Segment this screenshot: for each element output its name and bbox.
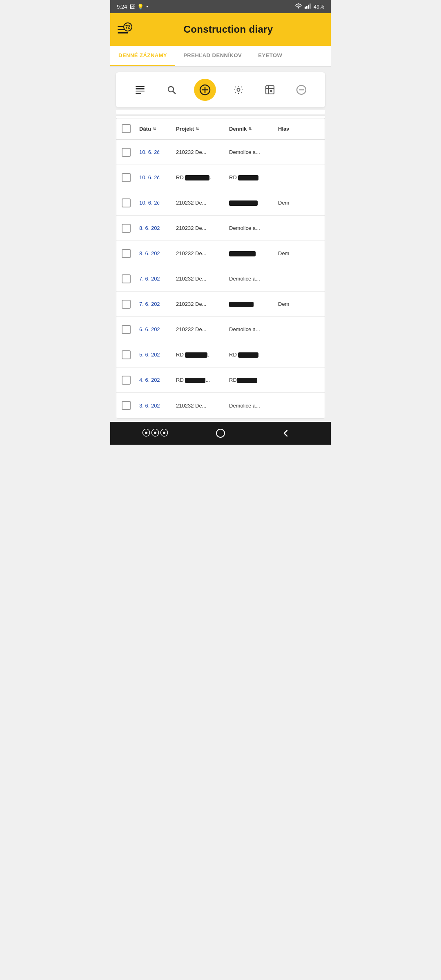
select-all-checkbox[interactable] — [122, 124, 131, 133]
time-display: 9:24 — [117, 4, 127, 10]
photo-icon: 🖼 — [129, 4, 135, 10]
transfer-button[interactable] — [261, 81, 279, 99]
row-checkbox[interactable] — [122, 224, 131, 233]
row-date[interactable]: 3. 6. 202 — [136, 399, 173, 413]
table-row[interactable]: 7. 6. 202 210232 De... Demolice a... — [116, 266, 325, 292]
search-icon — [167, 85, 176, 95]
row-checkbox-cell — [116, 346, 136, 363]
page-title: Construction diary — [133, 24, 323, 35]
filter-progress-bar — [116, 110, 325, 114]
row-date[interactable]: 7. 6. 202 — [136, 272, 173, 286]
svg-rect-0 — [305, 7, 306, 9]
row-checkbox[interactable] — [122, 173, 131, 182]
settings-button[interactable] — [229, 81, 247, 99]
header-denik[interactable]: Denník ⇅ — [226, 120, 275, 138]
row-checkbox[interactable] — [122, 401, 131, 410]
row-denik: Demolice a... — [226, 322, 275, 336]
hlav-label: Hlav — [278, 126, 289, 132]
settings-icon — [234, 85, 243, 95]
recent-apps-button[interactable]: ⦿⦿⦿ — [147, 425, 163, 441]
row-denik — [226, 246, 275, 261]
tab-eyetow[interactable]: EYETOW — [250, 46, 290, 66]
table-row[interactable]: 7. 6. 202 210232 De... Dem — [116, 292, 325, 317]
row-checkbox[interactable] — [122, 300, 131, 309]
row-denik: Demolice a... — [226, 145, 275, 159]
toolbar-card — [116, 72, 325, 107]
row-checkbox-cell — [116, 372, 136, 389]
row-denik: RD — [226, 170, 275, 185]
project-sort-icon: ⇅ — [196, 127, 199, 131]
tab-daily[interactable]: DENNÉ ZÁZNAMY — [110, 46, 175, 66]
table-row[interactable]: 4. 6. 202 RD ... RD — [116, 368, 325, 393]
back-button[interactable] — [278, 425, 294, 441]
app-header: 72 Construction diary — [110, 13, 331, 46]
table-row[interactable]: 8. 6. 202 210232 De... Dem — [116, 241, 325, 266]
filter-list-icon — [136, 86, 145, 94]
remove-icon — [296, 85, 307, 95]
row-hlav — [275, 325, 325, 334]
row-checkbox-cell — [116, 194, 136, 212]
row-hlav — [275, 401, 325, 410]
row-checkbox[interactable] — [122, 198, 131, 207]
battery-display: 49% — [314, 4, 324, 10]
svg-line-5 — [173, 91, 176, 94]
table-row[interactable]: 10. 6. 2ć RD . RD — [116, 165, 325, 190]
row-denik: Demolice a... — [226, 399, 275, 413]
row-hlav: Dem — [275, 196, 325, 210]
signal-icon — [305, 3, 311, 10]
row-date[interactable]: 10. 6. 2ć — [136, 196, 173, 210]
remove-button[interactable] — [292, 81, 310, 99]
row-checkbox[interactable] — [122, 350, 131, 359]
row-project: 210232 De... — [173, 272, 226, 286]
row-checkbox[interactable] — [122, 148, 131, 157]
row-checkbox-cell — [116, 321, 136, 338]
row-hlav — [275, 351, 325, 359]
table-row[interactable]: 3. 6. 202 210232 De... Demolice a... — [116, 393, 325, 418]
add-entry-button[interactable] — [194, 79, 216, 101]
table-row[interactable]: 5. 6. 202 RD . RD — [116, 342, 325, 368]
row-checkbox-cell — [116, 144, 136, 161]
row-date[interactable]: 5. 6. 202 — [136, 347, 173, 362]
filter-list-button[interactable] — [131, 81, 149, 99]
search-button[interactable] — [163, 81, 180, 99]
row-date[interactable]: 4. 6. 202 — [136, 373, 173, 387]
row-date[interactable]: 6. 6. 202 — [136, 322, 173, 336]
row-date[interactable]: 8. 6. 202 — [136, 221, 173, 235]
row-project: 210232 De... — [173, 221, 226, 235]
row-checkbox-cell — [116, 169, 136, 186]
row-project: RD . — [173, 170, 226, 185]
table-row[interactable]: 8. 6. 202 210232 De... Demolice a... — [116, 216, 325, 241]
add-circle-icon — [199, 84, 211, 96]
tab-overview[interactable]: PREHĽAD DENNÍKOV — [175, 46, 250, 66]
header-checkbox-cell — [116, 118, 136, 139]
home-button[interactable] — [212, 425, 229, 441]
table-row[interactable]: 10. 6. 2ć 210232 De... Demolice a... — [116, 140, 325, 165]
menu-button[interactable]: 72 — [118, 26, 128, 33]
transfer-icon — [265, 85, 275, 95]
row-checkbox-cell — [116, 397, 136, 414]
status-right: 49% — [295, 3, 324, 10]
row-date[interactable]: 10. 6. 2ć — [136, 170, 173, 185]
svg-rect-3 — [310, 3, 311, 9]
row-project: 210232 De... — [173, 297, 226, 311]
header-hlav: Hlav — [275, 120, 325, 138]
header-project[interactable]: Projekt ⇅ — [173, 120, 226, 138]
row-project: 210232 De... — [173, 246, 226, 261]
header-date[interactable]: Dátu ⇅ — [136, 120, 173, 138]
notification-dot: • — [146, 4, 148, 10]
row-checkbox[interactable] — [122, 274, 131, 283]
row-denik — [226, 297, 275, 311]
row-date[interactable]: 8. 6. 202 — [136, 246, 173, 261]
row-hlav — [275, 275, 325, 283]
row-checkbox[interactable] — [122, 325, 131, 334]
entries-table: Dátu ⇅ Projekt ⇅ Denník ⇅ Hlav 10. 6. 2ć… — [116, 118, 325, 419]
table-row[interactable]: 10. 6. 2ć 210232 De... Dem — [116, 190, 325, 216]
denik-label: Denník — [229, 126, 247, 132]
row-checkbox[interactable] — [122, 376, 131, 385]
row-date[interactable]: 10. 6. 2ć — [136, 145, 173, 159]
table-row[interactable]: 6. 6. 202 210232 De... Demolice a... — [116, 317, 325, 342]
row-checkbox[interactable] — [122, 249, 131, 258]
row-hlav — [275, 174, 325, 182]
svg-rect-15 — [216, 429, 225, 437]
row-date[interactable]: 7. 6. 202 — [136, 297, 173, 311]
